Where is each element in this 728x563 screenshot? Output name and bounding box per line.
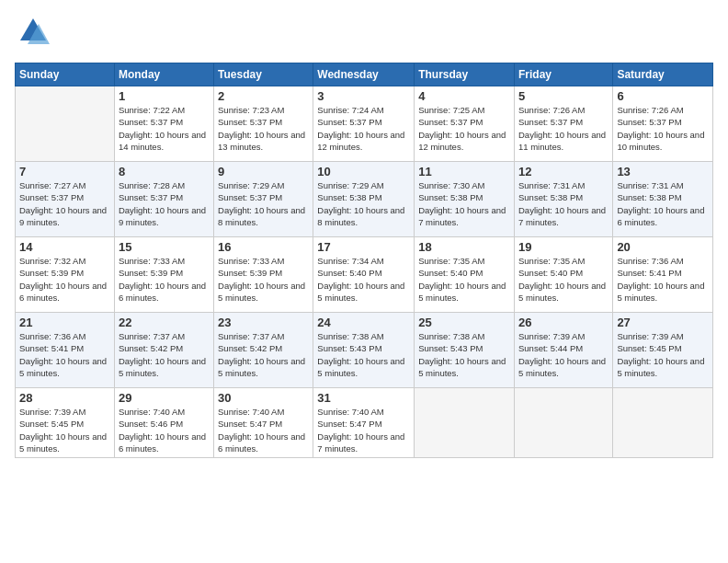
calendar-cell: 13Sunrise: 7:31 AMSunset: 5:38 PMDayligh…: [613, 162, 713, 237]
day-info: Sunrise: 7:26 AMSunset: 5:37 PMDaylight:…: [518, 104, 609, 153]
calendar-cell: 19Sunrise: 7:35 AMSunset: 5:40 PMDayligh…: [514, 237, 612, 313]
calendar-week-4: 21Sunrise: 7:36 AMSunset: 5:41 PMDayligh…: [16, 313, 713, 388]
day-number: 14: [19, 240, 110, 254]
day-info: Sunrise: 7:40 AMSunset: 5:47 PMDaylight:…: [218, 406, 309, 454]
day-number: 18: [418, 240, 510, 254]
day-number: 12: [518, 165, 609, 178]
day-number: 1: [119, 89, 210, 103]
calendar-week-3: 14Sunrise: 7:32 AMSunset: 5:39 PMDayligh…: [16, 237, 713, 313]
calendar-cell: 16Sunrise: 7:33 AMSunset: 5:39 PMDayligh…: [214, 237, 313, 313]
calendar-cell: 18Sunrise: 7:35 AMSunset: 5:40 PMDayligh…: [415, 237, 515, 313]
weekday-header-thursday: Thursday: [415, 63, 515, 86]
day-info: Sunrise: 7:23 AMSunset: 5:37 PMDaylight:…: [218, 104, 309, 153]
day-number: 25: [418, 316, 510, 329]
day-number: 24: [317, 316, 410, 329]
calendar-cell: 26Sunrise: 7:39 AMSunset: 5:44 PMDayligh…: [514, 313, 612, 388]
day-number: 11: [418, 165, 510, 178]
calendar-cell: 30Sunrise: 7:40 AMSunset: 5:47 PMDayligh…: [214, 388, 313, 458]
calendar-cell: [514, 388, 612, 458]
day-number: 13: [617, 165, 709, 178]
day-info: Sunrise: 7:28 AMSunset: 5:37 PMDaylight:…: [119, 179, 210, 228]
day-info: Sunrise: 7:35 AMSunset: 5:40 PMDaylight:…: [418, 255, 510, 304]
calendar-table: SundayMondayTuesdayWednesdayThursdayFrid…: [15, 63, 713, 458]
calendar-cell: 28Sunrise: 7:39 AMSunset: 5:45 PMDayligh…: [16, 388, 115, 458]
day-number: 8: [119, 165, 210, 178]
day-info: Sunrise: 7:36 AMSunset: 5:41 PMDaylight:…: [19, 330, 110, 379]
calendar-cell: 2Sunrise: 7:23 AMSunset: 5:37 PMDaylight…: [214, 86, 313, 162]
calendar-cell: 14Sunrise: 7:32 AMSunset: 5:39 PMDayligh…: [16, 237, 115, 313]
day-info: Sunrise: 7:24 AMSunset: 5:37 PMDaylight:…: [317, 104, 410, 153]
day-info: Sunrise: 7:39 AMSunset: 5:44 PMDaylight:…: [518, 330, 609, 379]
day-number: 23: [218, 316, 309, 329]
calendar-cell: 29Sunrise: 7:40 AMSunset: 5:46 PMDayligh…: [114, 388, 213, 458]
calendar-cell: 1Sunrise: 7:22 AMSunset: 5:37 PMDaylight…: [114, 86, 213, 162]
day-info: Sunrise: 7:37 AMSunset: 5:42 PMDaylight:…: [218, 330, 309, 379]
calendar-cell: 17Sunrise: 7:34 AMSunset: 5:40 PMDayligh…: [313, 237, 415, 313]
calendar-cell: 6Sunrise: 7:26 AMSunset: 5:37 PMDaylight…: [613, 86, 713, 162]
day-info: Sunrise: 7:27 AMSunset: 5:37 PMDaylight:…: [19, 179, 110, 228]
calendar-week-1: 1Sunrise: 7:22 AMSunset: 5:37 PMDaylight…: [16, 86, 713, 162]
day-number: 15: [119, 240, 210, 254]
day-number: 2: [218, 89, 309, 103]
calendar-week-2: 7Sunrise: 7:27 AMSunset: 5:37 PMDaylight…: [16, 162, 713, 237]
calendar-cell: [415, 388, 515, 458]
day-info: Sunrise: 7:29 AMSunset: 5:37 PMDaylight:…: [218, 179, 309, 228]
day-info: Sunrise: 7:31 AMSunset: 5:38 PMDaylight:…: [518, 179, 609, 228]
day-info: Sunrise: 7:38 AMSunset: 5:43 PMDaylight:…: [418, 330, 510, 379]
weekday-header-monday: Monday: [114, 63, 213, 86]
day-info: Sunrise: 7:39 AMSunset: 5:45 PMDaylight:…: [19, 406, 110, 454]
day-number: 22: [119, 316, 210, 329]
day-info: Sunrise: 7:31 AMSunset: 5:38 PMDaylight:…: [617, 179, 709, 228]
calendar-cell: 4Sunrise: 7:25 AMSunset: 5:37 PMDaylight…: [415, 86, 515, 162]
calendar-cell: [613, 388, 713, 458]
day-info: Sunrise: 7:30 AMSunset: 5:38 PMDaylight:…: [418, 179, 510, 228]
day-info: Sunrise: 7:40 AMSunset: 5:46 PMDaylight:…: [119, 406, 210, 454]
calendar-cell: 25Sunrise: 7:38 AMSunset: 5:43 PMDayligh…: [415, 313, 515, 388]
day-number: 31: [317, 391, 410, 405]
day-number: 9: [218, 165, 309, 178]
page-container: SundayMondayTuesdayWednesdayThursdayFrid…: [0, 0, 728, 563]
day-info: Sunrise: 7:34 AMSunset: 5:40 PMDaylight:…: [317, 255, 410, 304]
day-number: 7: [19, 165, 110, 178]
day-info: Sunrise: 7:38 AMSunset: 5:43 PMDaylight:…: [317, 330, 410, 379]
day-number: 26: [518, 316, 609, 329]
day-number: 30: [218, 391, 309, 405]
calendar-cell: [16, 86, 115, 162]
weekday-header-saturday: Saturday: [613, 63, 713, 86]
calendar-cell: 21Sunrise: 7:36 AMSunset: 5:41 PMDayligh…: [16, 313, 115, 388]
day-number: 19: [518, 240, 609, 254]
calendar-cell: 20Sunrise: 7:36 AMSunset: 5:41 PMDayligh…: [613, 237, 713, 313]
day-number: 16: [218, 240, 309, 254]
day-info: Sunrise: 7:35 AMSunset: 5:40 PMDaylight:…: [518, 255, 609, 304]
calendar-cell: 15Sunrise: 7:33 AMSunset: 5:39 PMDayligh…: [114, 237, 213, 313]
day-number: 17: [317, 240, 410, 254]
calendar-cell: 3Sunrise: 7:24 AMSunset: 5:37 PMDaylight…: [313, 86, 415, 162]
weekday-header-sunday: Sunday: [16, 63, 115, 86]
day-number: 28: [19, 391, 110, 405]
calendar-cell: 12Sunrise: 7:31 AMSunset: 5:38 PMDayligh…: [514, 162, 612, 237]
day-number: 6: [617, 89, 709, 103]
day-info: Sunrise: 7:25 AMSunset: 5:37 PMDaylight:…: [418, 104, 510, 153]
day-info: Sunrise: 7:40 AMSunset: 5:47 PMDaylight:…: [317, 406, 410, 454]
day-info: Sunrise: 7:33 AMSunset: 5:39 PMDaylight:…: [119, 255, 210, 304]
day-info: Sunrise: 7:39 AMSunset: 5:45 PMDaylight:…: [617, 330, 709, 379]
day-number: 29: [119, 391, 210, 405]
calendar-cell: 23Sunrise: 7:37 AMSunset: 5:42 PMDayligh…: [214, 313, 313, 388]
calendar-cell: 22Sunrise: 7:37 AMSunset: 5:42 PMDayligh…: [114, 313, 213, 388]
calendar-cell: 5Sunrise: 7:26 AMSunset: 5:37 PMDaylight…: [514, 86, 612, 162]
day-number: 5: [518, 89, 609, 103]
logo: [15, 15, 53, 53]
weekday-header-row: SundayMondayTuesdayWednesdayThursdayFrid…: [16, 63, 713, 86]
calendar-week-5: 28Sunrise: 7:39 AMSunset: 5:45 PMDayligh…: [16, 388, 713, 458]
day-info: Sunrise: 7:29 AMSunset: 5:38 PMDaylight:…: [317, 179, 410, 228]
day-info: Sunrise: 7:36 AMSunset: 5:41 PMDaylight:…: [617, 255, 709, 304]
day-info: Sunrise: 7:33 AMSunset: 5:39 PMDaylight:…: [218, 255, 309, 304]
logo-icon: [15, 15, 50, 50]
weekday-header-wednesday: Wednesday: [313, 63, 415, 86]
day-number: 3: [317, 89, 410, 103]
day-info: Sunrise: 7:22 AMSunset: 5:37 PMDaylight:…: [119, 104, 210, 153]
day-number: 20: [617, 240, 709, 254]
calendar-cell: 8Sunrise: 7:28 AMSunset: 5:37 PMDaylight…: [114, 162, 213, 237]
calendar-cell: 7Sunrise: 7:27 AMSunset: 5:37 PMDaylight…: [16, 162, 115, 237]
day-info: Sunrise: 7:32 AMSunset: 5:39 PMDaylight:…: [19, 255, 110, 304]
